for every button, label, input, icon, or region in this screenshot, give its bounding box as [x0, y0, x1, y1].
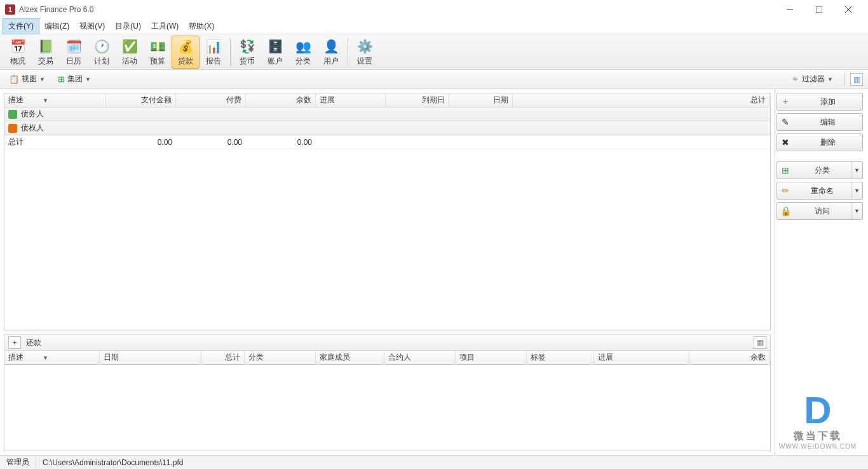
group-creditor[interactable]: 债权人: [4, 121, 770, 135]
col-total[interactable]: 总计: [513, 93, 770, 107]
plus-icon: ＋: [777, 96, 794, 107]
close-button[interactable]: [834, 0, 863, 19]
edit-button[interactable]: ✎编辑: [776, 113, 863, 131]
chevron-down-icon: ▼: [43, 355, 48, 361]
col-date[interactable]: 日期: [449, 93, 513, 107]
toolbar-currency[interactable]: 💱货币: [233, 36, 261, 69]
menu-view[interactable]: 视图(V): [74, 19, 110, 34]
toolbar-overview[interactable]: 📅概况: [4, 36, 32, 69]
content-area: 描述▼ 支付金额 付费 余数 进展 到期日 日期 总计 债务人 债权人 总计 0…: [0, 89, 868, 455]
status-bar: 管理员 C:\Users\Administrator\Documents\11.…: [0, 455, 868, 469]
menu-help[interactable]: 帮助(X): [184, 19, 219, 34]
col2-date[interactable]: 日期: [100, 351, 201, 364]
chevron-down-icon: ▼: [43, 97, 48, 104]
menu-file[interactable]: 文件(Y): [3, 18, 39, 34]
group-debtor[interactable]: 债务人: [4, 107, 770, 121]
menu-tools[interactable]: 工具(W): [146, 19, 184, 34]
chevron-down-icon[interactable]: ▼: [851, 203, 862, 219]
close-icon: [845, 6, 851, 13]
col2-contractor[interactable]: 合约人: [384, 351, 456, 364]
toolbar-user[interactable]: 👤用户: [317, 36, 345, 69]
chevron-down-icon: ▼: [85, 76, 91, 83]
action-sidebar: ＋添加 ✎编辑 ✖删除 ⊞分类▼ ✏重命名▼ 🔒访问▼: [775, 89, 868, 455]
repayment-grid-header: 描述▼ 日期 总计 分类 家庭成员 合约人 项目 标签 进展 余数: [4, 351, 770, 365]
app-icon: 1: [5, 4, 15, 15]
filter-icon: ⫧: [791, 74, 799, 84]
access-button[interactable]: 🔒访问▼: [776, 202, 863, 220]
toolbar-account[interactable]: 🗄️账户: [261, 36, 289, 69]
toolbar-plan[interactable]: 🕐计划: [88, 36, 116, 69]
col-desc[interactable]: 描述▼: [4, 93, 106, 107]
transaction-icon: 📗: [37, 37, 55, 55]
toolbar-separator: [348, 38, 348, 66]
col-progress[interactable]: 进展: [316, 93, 386, 107]
loans-grid: 描述▼ 支付金额 付费 余数 进展 到期日 日期 总计 债务人 债权人 总计 0…: [4, 93, 770, 330]
col2-category[interactable]: 分类: [245, 351, 316, 364]
account-icon: 🗄️: [266, 37, 284, 55]
toolbar-report[interactable]: 📊报告: [200, 36, 227, 69]
col2-project[interactable]: 项目: [456, 351, 527, 364]
overview-icon: 📅: [9, 37, 27, 55]
col2-total[interactable]: 总计: [201, 351, 245, 364]
minimize-button[interactable]: [775, 0, 804, 19]
title-bar: 1 Alzex Finance Pro 6.0: [0, 0, 868, 19]
maximize-button[interactable]: [804, 0, 834, 19]
menu-bar: 文件(Y) 编辑(Z) 视图(V) 目录(U) 工具(W) 帮助(X): [0, 19, 868, 34]
total-fee: 0.00: [176, 138, 246, 147]
view-icon: 📋: [9, 74, 19, 84]
col2-remain[interactable]: 余数: [689, 351, 770, 364]
col2-progress[interactable]: 进展: [594, 351, 689, 364]
svg-rect-1: [816, 6, 822, 13]
budget-icon: 💵: [149, 37, 166, 55]
total-label: 总计: [4, 137, 106, 147]
menu-catalog[interactable]: 目录(U): [110, 19, 146, 34]
col2-tag[interactable]: 标签: [527, 351, 594, 364]
panel-toggle-button[interactable]: ▥: [850, 73, 863, 86]
toolbar-settings[interactable]: ⚙️设置: [351, 36, 379, 69]
col2-desc[interactable]: 描述▼: [4, 351, 100, 364]
col2-family[interactable]: 家庭成员: [316, 351, 384, 364]
calendar-icon: 🗓️: [65, 37, 83, 55]
chevron-down-icon[interactable]: ▼: [851, 162, 862, 179]
sub-toolbar: 📋视图▼ ⊞集团▼ ⫧过滤器▼ ▥: [0, 70, 868, 89]
delete-button[interactable]: ✖删除: [776, 133, 863, 151]
toolbar-loan[interactable]: 💰贷款: [172, 36, 200, 69]
add-button[interactable]: ＋添加: [776, 93, 863, 111]
debtor-icon: [8, 110, 17, 119]
group-dropdown[interactable]: ⊞集团▼: [54, 72, 95, 86]
total-payamount: 0.00: [106, 138, 176, 147]
rename-button[interactable]: ✏重命名▼: [776, 182, 863, 200]
repayment-title: 还款: [26, 337, 41, 348]
report-icon: 📊: [205, 37, 222, 55]
toolbar-budget[interactable]: 💵预算: [144, 36, 172, 69]
toolbar-category[interactable]: 👥分类: [289, 36, 317, 69]
col-fee[interactable]: 付费: [176, 93, 246, 107]
upper-panel: 描述▼ 支付金额 付费 余数 进展 到期日 日期 总计 债务人 债权人 总计 0…: [4, 93, 771, 330]
menu-edit[interactable]: 编辑(Z): [39, 19, 74, 34]
minimize-icon: [787, 6, 793, 13]
toolbar-separator: [230, 38, 231, 66]
pencil-icon: ✎: [777, 117, 794, 127]
col-payamount[interactable]: 支付金额: [106, 93, 176, 107]
col-duedate[interactable]: 到期日: [386, 93, 449, 107]
main-toolbar: 📅概况 📗交易 🗓️日历 🕐计划 ✅活动 💵预算 💰贷款 📊报告 💱货币 🗄️账…: [0, 34, 868, 70]
lock-icon: 🔒: [777, 206, 794, 216]
grid-toggle-button[interactable]: ▦: [754, 336, 766, 349]
group-icon: ⊞: [58, 74, 65, 84]
chevron-down-icon[interactable]: ▼: [851, 182, 862, 199]
add-repayment-button[interactable]: +: [8, 336, 21, 349]
app-title: Alzex Finance Pro 6.0: [19, 5, 775, 14]
category-button[interactable]: ⊞分类▼: [776, 161, 863, 179]
category-icon: 👥: [294, 37, 312, 55]
filter-dropdown[interactable]: ⫧过滤器▼: [787, 72, 837, 86]
toolbar-activity[interactable]: ✅活动: [116, 36, 144, 69]
plan-icon: 🕐: [93, 37, 111, 55]
toolbar-calendar[interactable]: 🗓️日历: [60, 36, 88, 69]
status-user: 管理员: [6, 457, 29, 468]
view-dropdown[interactable]: 📋视图▼: [5, 72, 49, 86]
status-path: C:\Users\Administrator\Documents\11.pfd: [43, 458, 183, 467]
total-row: 总计 0.00 0.00 0.00: [4, 135, 770, 149]
col-remain[interactable]: 余数: [246, 93, 316, 107]
toolbar-transaction[interactable]: 📗交易: [32, 36, 60, 69]
grid-icon: ▦: [757, 338, 764, 347]
